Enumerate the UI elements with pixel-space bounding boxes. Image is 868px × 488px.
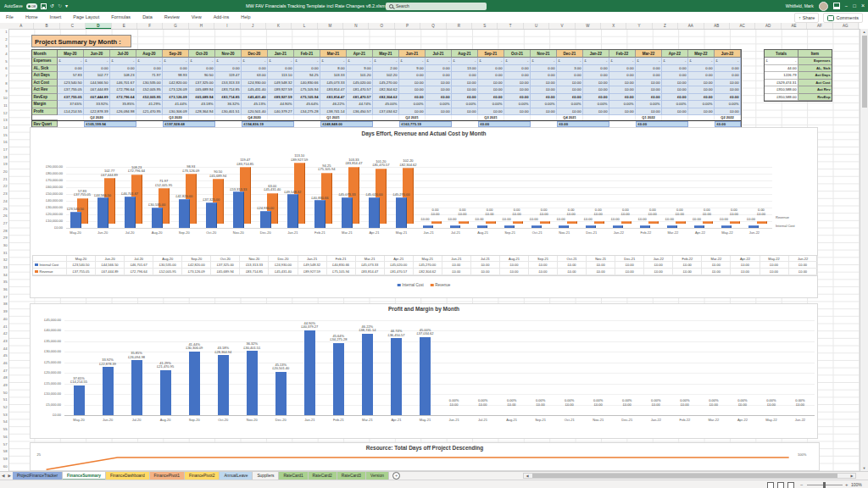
summary-cell[interactable]: 3.00 (557, 65, 583, 73)
summary-cell[interactable]: £45,431.40 (242, 86, 268, 94)
row-header-15[interactable]: 15 (0, 132, 8, 140)
summary-cell[interactable]: £0.00 (662, 108, 688, 116)
month-header-cell[interactable]: Jun-21 (399, 50, 426, 58)
summary-cell[interactable]: £82,304.62 (373, 94, 399, 102)
column-header-AC[interactable]: AC (730, 23, 755, 29)
month-header-cell[interactable]: Oct-21 (504, 50, 531, 58)
summary-cell[interactable]: 0.00 (189, 65, 215, 73)
summary-cell[interactable]: £0.00 (478, 108, 504, 116)
month-header-cell[interactable]: May-22 (688, 50, 715, 58)
row-header-45[interactable]: 45 (0, 352, 8, 360)
summary-cell[interactable]: £0.00 (688, 108, 715, 116)
summary-cell[interactable]: £30,306.09 (163, 108, 189, 116)
summary-cell[interactable]: £ - (452, 58, 478, 65)
column-header-U[interactable]: U (524, 23, 549, 29)
ribbon-tab-view[interactable]: View (186, 12, 208, 23)
row-header-48[interactable]: 48 (0, 374, 8, 382)
sheet-tab-financepivot1[interactable]: FinancePivot1 (150, 472, 185, 480)
column-header-X[interactable]: X (601, 23, 626, 29)
summary-cell[interactable]: 108.23 (110, 72, 136, 80)
summary-cell[interactable]: £0.00 (583, 94, 609, 102)
autosave-toggle[interactable]: Off (26, 3, 37, 9)
summary-cell[interactable]: £49,548.32 (268, 80, 294, 87)
summary-cell[interactable]: £ - (478, 58, 504, 65)
row-header-3[interactable]: 3 (0, 43, 8, 51)
rev-quart-value[interactable]: £248,848.00 (320, 121, 373, 127)
sheet-tab-ratecard2[interactable]: RateCard2 (309, 472, 337, 480)
save-icon[interactable] (41, 3, 47, 9)
row-header-4[interactable]: 4 (0, 51, 8, 58)
month-header-cell[interactable]: Feb-22 (609, 50, 636, 58)
column-header-B[interactable]: B (34, 23, 59, 29)
summary-cell[interactable]: £ - (531, 58, 557, 65)
summary-cell[interactable]: £ - (688, 58, 715, 65)
hscroll-right-icon[interactable]: ▶ (849, 474, 855, 478)
summary-cell[interactable]: £ - (609, 58, 636, 65)
summary-cell[interactable]: £37,755.05 (58, 86, 84, 94)
summary-cell[interactable]: £0.00 (478, 80, 504, 87)
totals-value[interactable]: £ - (765, 58, 798, 65)
hscroll-left-icon[interactable]: ◀ (524, 474, 531, 478)
summary-cell[interactable]: £52,005.95 (136, 86, 163, 94)
summary-cell[interactable]: 35.85% (110, 101, 136, 108)
ribbon-tab-home[interactable]: Home (19, 12, 44, 23)
row-header-42[interactable]: 42 (0, 330, 8, 338)
row-header-41[interactable]: 41 (0, 324, 8, 331)
summary-cell[interactable]: 0.00 (609, 65, 636, 73)
row-header-12[interactable]: 12 (0, 110, 8, 118)
summary-cell[interactable]: £0.00 (399, 86, 426, 94)
summary-cell[interactable]: £0.00 (426, 108, 452, 116)
summary-cell[interactable]: £83,814.47 (320, 86, 347, 94)
month-header-cell[interactable]: Jan-21 (268, 50, 294, 58)
row-header-54[interactable]: 54 (0, 419, 8, 426)
summary-cell[interactable]: 71.97 (136, 72, 163, 80)
chart-days-revenue-cost[interactable]: Days Effort, Revenue and Actual Cost by … (30, 127, 818, 298)
month-header-cell[interactable]: Aug-21 (452, 50, 478, 58)
rev-quart-value[interactable]: £163,775.19 (399, 121, 452, 127)
column-header-T[interactable]: T (498, 23, 523, 29)
summary-cell[interactable]: £0.00 (531, 86, 557, 94)
sheet-tab-projectfinancetracker[interactable]: ProjectFinanceTracker (13, 472, 63, 480)
rev-quart-value[interactable]: £194,836.19 (242, 121, 294, 127)
month-header-cell[interactable]: Jul-21 (426, 50, 452, 58)
summary-cell[interactable]: 45.64% (294, 101, 320, 108)
summary-cell[interactable]: £ - (583, 58, 609, 65)
column-header-AF[interactable]: AF (807, 23, 832, 29)
ribbon-tab-data[interactable]: Data (136, 12, 159, 23)
row-header-40[interactable]: 40 (0, 316, 8, 324)
row-header-16[interactable]: 16 (0, 139, 8, 147)
summary-cell[interactable]: 45.13% (242, 101, 268, 108)
rev-quart-value[interactable]: £0.00 (478, 121, 531, 127)
comments-button[interactable]: Comments (823, 13, 863, 23)
summary-cell[interactable]: £0.00 (399, 94, 426, 102)
row-header-38[interactable]: 38 (0, 301, 8, 308)
summary-cell[interactable]: £0.00 (452, 86, 478, 94)
summary-cell[interactable]: 0.00 (688, 72, 715, 80)
vscroll-down-icon[interactable]: ▼ (860, 466, 868, 470)
page-layout-view-icon[interactable] (777, 482, 784, 488)
summary-cell[interactable]: 0.00 (426, 72, 452, 80)
summary-cell[interactable]: £73,126.09 (163, 86, 189, 94)
column-header-J[interactable]: J (241, 23, 266, 29)
summary-cell[interactable]: 0.00% (557, 101, 583, 108)
summary-cell[interactable]: 0.00 (58, 65, 84, 73)
summary-cell[interactable]: £ - (242, 58, 268, 65)
rev-quart-value[interactable]: £0.00 (557, 121, 609, 127)
month-header-cell[interactable]: Jun-20 (84, 50, 110, 58)
ribbon-tab-file[interactable]: File (0, 12, 19, 23)
summary-cell[interactable]: £46,701.67 (110, 80, 136, 87)
user-name[interactable]: Whitfield, Mark (786, 3, 814, 8)
summary-cell[interactable]: 0.00 (268, 65, 294, 73)
summary-cell[interactable]: £0.00 (557, 108, 583, 116)
maximize-button[interactable]: □ (853, 3, 856, 8)
row-header-36[interactable]: 36 (0, 286, 8, 294)
row-header-10[interactable]: 10 (0, 95, 8, 103)
summary-cell[interactable]: 0.00% (636, 101, 662, 108)
normal-view-icon[interactable] (767, 482, 774, 488)
new-sheet-button[interactable]: + (392, 472, 400, 480)
row-header-6[interactable]: 6 (0, 65, 8, 73)
summary-cell[interactable]: £0.00 (715, 94, 741, 102)
summary-cell[interactable]: £0.00 (609, 108, 636, 116)
summary-cell[interactable]: £0.00 (504, 108, 531, 116)
summary-cell[interactable]: 0.00 (215, 65, 242, 73)
